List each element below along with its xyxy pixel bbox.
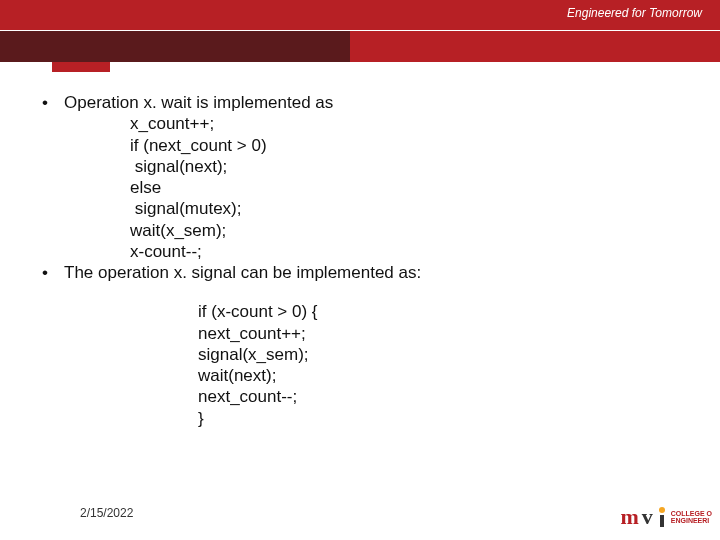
- header-top-bar: Engineered for Tomorrow: [0, 0, 720, 30]
- bullet-2-text: The operation x. signal can be implement…: [64, 262, 690, 283]
- footer-date: 2/15/2022: [80, 506, 133, 520]
- code-line: if (x-count > 0) {: [198, 302, 318, 321]
- logo-subtext: COLLEGE O ENGINEERI: [671, 510, 712, 524]
- code-block-2: if (x-count > 0) { next_count++; signal(…: [198, 301, 690, 429]
- header-bottom-bar: [0, 30, 720, 62]
- footer-logo: mv COLLEGE O ENGINEERI: [620, 504, 712, 530]
- bullet-1-text: Operation x. wait is implemented as: [64, 92, 690, 113]
- logo-text-line2: ENGINEERI: [671, 517, 712, 524]
- code-line: signal(x_sem);: [198, 345, 309, 364]
- header-band: Engineered for Tomorrow: [0, 0, 720, 62]
- logo-text-line1: COLLEGE O: [671, 510, 712, 517]
- tagline-text: Engineered for Tomorrow: [567, 6, 702, 20]
- code-line: next_count--;: [198, 387, 297, 406]
- logo-letter-v: v: [642, 504, 653, 530]
- header-dark-block: [0, 31, 350, 62]
- bullet-dot: •: [40, 262, 64, 283]
- logo-letter-m: m: [620, 504, 637, 530]
- code-line: }: [198, 409, 204, 428]
- bullet-dot: •: [40, 92, 64, 113]
- slide-content: • Operation x. wait is implemented as x_…: [40, 92, 690, 429]
- code-line: else: [130, 178, 161, 197]
- red-tab-accent: [52, 62, 110, 72]
- bullet-2: • The operation x. signal can be impleme…: [40, 262, 690, 283]
- code-line: x_count++;: [130, 114, 214, 133]
- code-line: signal(next);: [130, 157, 227, 176]
- code-line: if (next_count > 0): [130, 136, 267, 155]
- header-red-rest: [350, 31, 720, 62]
- code-block-1: x_count++; if (next_count > 0) signal(ne…: [130, 113, 690, 262]
- bullet-1: • Operation x. wait is implemented as: [40, 92, 690, 113]
- code-line: signal(mutex);: [130, 199, 241, 218]
- code-line: wait(x_sem);: [130, 221, 226, 240]
- code-line: wait(next);: [198, 366, 276, 385]
- logo-letter-i: [657, 507, 667, 527]
- code-line: next_count++;: [198, 324, 306, 343]
- code-line: x-count--;: [130, 242, 202, 261]
